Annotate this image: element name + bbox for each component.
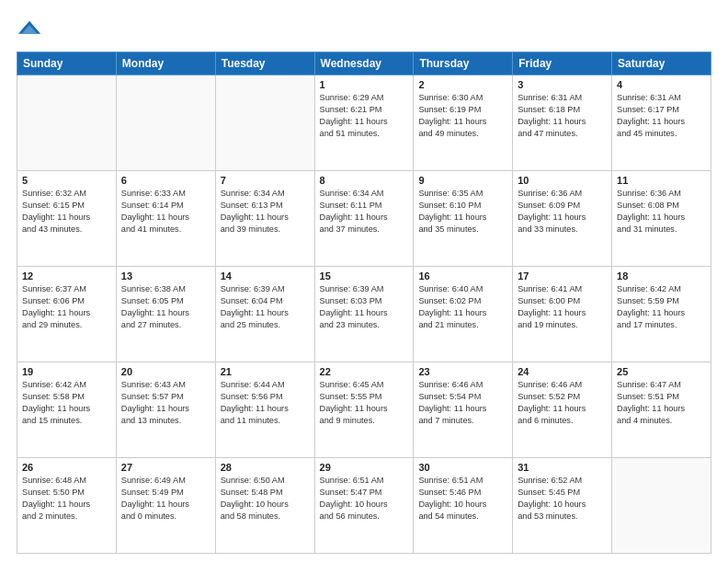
- calendar-cell: 6Sunrise: 6:33 AM Sunset: 6:14 PM Daylig…: [116, 171, 215, 267]
- calendar-cell: 11Sunrise: 6:36 AM Sunset: 6:08 PM Dayli…: [612, 171, 711, 267]
- cell-content: Sunrise: 6:38 AM Sunset: 6:05 PM Dayligh…: [121, 283, 210, 331]
- cell-content: Sunrise: 6:46 AM Sunset: 5:54 PM Dayligh…: [418, 379, 507, 427]
- cell-content: Sunrise: 6:40 AM Sunset: 6:02 PM Dayligh…: [418, 283, 507, 331]
- cell-content: Sunrise: 6:42 AM Sunset: 5:58 PM Dayligh…: [22, 379, 111, 427]
- header: [17, 17, 711, 42]
- cell-content: Sunrise: 6:39 AM Sunset: 6:03 PM Dayligh…: [320, 283, 409, 331]
- cell-content: Sunrise: 6:33 AM Sunset: 6:14 PM Dayligh…: [121, 188, 210, 236]
- weekday-header-tuesday: Tuesday: [215, 52, 314, 75]
- day-number: 3: [518, 79, 607, 90]
- calendar-cell: 27Sunrise: 6:49 AM Sunset: 5:49 PM Dayli…: [116, 458, 215, 554]
- calendar-cell: 26Sunrise: 6:48 AM Sunset: 5:50 PM Dayli…: [17, 458, 117, 554]
- cell-content: Sunrise: 6:46 AM Sunset: 5:52 PM Dayligh…: [518, 379, 607, 427]
- day-number: 9: [418, 175, 507, 186]
- cell-content: Sunrise: 6:44 AM Sunset: 5:56 PM Dayligh…: [221, 379, 310, 427]
- calendar-cell: 30Sunrise: 6:51 AM Sunset: 5:46 PM Dayli…: [414, 458, 513, 554]
- day-number: 2: [418, 79, 507, 90]
- weekday-header-friday: Friday: [513, 52, 612, 75]
- cell-content: Sunrise: 6:49 AM Sunset: 5:49 PM Dayligh…: [121, 475, 210, 523]
- calendar-cell: 1Sunrise: 6:29 AM Sunset: 6:21 PM Daylig…: [314, 75, 414, 171]
- day-number: 14: [221, 270, 310, 282]
- calendar-cell: 19Sunrise: 6:42 AM Sunset: 5:58 PM Dayli…: [17, 362, 117, 458]
- cell-content: Sunrise: 6:32 AM Sunset: 6:15 PM Dayligh…: [22, 188, 111, 236]
- calendar-cell: 20Sunrise: 6:43 AM Sunset: 5:57 PM Dayli…: [116, 362, 215, 458]
- calendar-cell: 7Sunrise: 6:34 AM Sunset: 6:13 PM Daylig…: [215, 171, 314, 267]
- cell-content: Sunrise: 6:45 AM Sunset: 5:55 PM Dayligh…: [320, 379, 409, 427]
- calendar-cell: [116, 75, 215, 171]
- day-number: 4: [617, 79, 706, 90]
- weekday-header-saturday: Saturday: [612, 52, 711, 75]
- calendar-cell: 23Sunrise: 6:46 AM Sunset: 5:54 PM Dayli…: [414, 362, 513, 458]
- cell-content: Sunrise: 6:34 AM Sunset: 6:11 PM Dayligh…: [320, 188, 409, 236]
- calendar-cell: 29Sunrise: 6:51 AM Sunset: 5:47 PM Dayli…: [314, 458, 414, 554]
- week-row-5: 26Sunrise: 6:48 AM Sunset: 5:50 PM Dayli…: [17, 458, 711, 554]
- cell-content: Sunrise: 6:47 AM Sunset: 5:51 PM Dayligh…: [617, 379, 706, 427]
- calendar-cell: 9Sunrise: 6:35 AM Sunset: 6:10 PM Daylig…: [414, 171, 513, 267]
- weekday-header-thursday: Thursday: [414, 52, 513, 75]
- calendar-cell: 4Sunrise: 6:31 AM Sunset: 6:17 PM Daylig…: [612, 75, 711, 171]
- cell-content: Sunrise: 6:51 AM Sunset: 5:46 PM Dayligh…: [418, 475, 507, 523]
- calendar-cell: 15Sunrise: 6:39 AM Sunset: 6:03 PM Dayli…: [314, 267, 414, 362]
- day-number: 24: [518, 366, 607, 377]
- day-number: 31: [518, 462, 607, 473]
- cell-content: Sunrise: 6:30 AM Sunset: 6:19 PM Dayligh…: [418, 92, 507, 140]
- day-number: 22: [320, 366, 409, 377]
- cell-content: Sunrise: 6:36 AM Sunset: 6:08 PM Dayligh…: [617, 188, 706, 236]
- calendar-cell: 12Sunrise: 6:37 AM Sunset: 6:06 PM Dayli…: [17, 267, 117, 362]
- week-row-1: 1Sunrise: 6:29 AM Sunset: 6:21 PM Daylig…: [17, 75, 711, 171]
- calendar-cell: 8Sunrise: 6:34 AM Sunset: 6:11 PM Daylig…: [314, 171, 414, 267]
- cell-content: Sunrise: 6:52 AM Sunset: 5:45 PM Dayligh…: [518, 475, 607, 523]
- week-row-4: 19Sunrise: 6:42 AM Sunset: 5:58 PM Dayli…: [17, 362, 711, 458]
- page: SundayMondayTuesdayWednesdayThursdayFrid…: [0, 0, 728, 563]
- day-number: 10: [518, 175, 607, 186]
- day-number: 23: [418, 366, 507, 377]
- day-number: 30: [418, 462, 507, 473]
- cell-content: Sunrise: 6:31 AM Sunset: 6:17 PM Dayligh…: [617, 92, 706, 140]
- day-number: 12: [22, 270, 111, 282]
- cell-content: Sunrise: 6:50 AM Sunset: 5:48 PM Dayligh…: [221, 475, 310, 523]
- day-number: 1: [320, 79, 409, 90]
- day-number: 27: [121, 462, 210, 473]
- day-number: 15: [320, 270, 409, 282]
- calendar-cell: 22Sunrise: 6:45 AM Sunset: 5:55 PM Dayli…: [314, 362, 414, 458]
- day-number: 8: [320, 175, 409, 186]
- day-number: 17: [518, 270, 607, 282]
- calendar-cell: 28Sunrise: 6:50 AM Sunset: 5:48 PM Dayli…: [215, 458, 314, 554]
- day-number: 5: [22, 175, 111, 186]
- calendar-cell: 2Sunrise: 6:30 AM Sunset: 6:19 PM Daylig…: [414, 75, 513, 171]
- day-number: 6: [121, 175, 210, 186]
- calendar-cell: 5Sunrise: 6:32 AM Sunset: 6:15 PM Daylig…: [17, 171, 117, 267]
- calendar-cell: [17, 75, 117, 171]
- logo-icon: [17, 17, 42, 42]
- cell-content: Sunrise: 6:37 AM Sunset: 6:06 PM Dayligh…: [22, 283, 111, 331]
- day-number: 13: [121, 270, 210, 282]
- day-number: 26: [22, 462, 111, 473]
- weekday-header-row: SundayMondayTuesdayWednesdayThursdayFrid…: [17, 52, 711, 75]
- week-row-3: 12Sunrise: 6:37 AM Sunset: 6:06 PM Dayli…: [17, 267, 711, 362]
- day-number: 25: [617, 366, 706, 377]
- logo: [17, 17, 48, 42]
- day-number: 21: [221, 366, 310, 377]
- weekday-header-sunday: Sunday: [17, 52, 117, 75]
- cell-content: Sunrise: 6:36 AM Sunset: 6:09 PM Dayligh…: [518, 188, 607, 236]
- day-number: 28: [221, 462, 310, 473]
- calendar-cell: 3Sunrise: 6:31 AM Sunset: 6:18 PM Daylig…: [513, 75, 612, 171]
- cell-content: Sunrise: 6:29 AM Sunset: 6:21 PM Dayligh…: [320, 92, 409, 140]
- cell-content: Sunrise: 6:51 AM Sunset: 5:47 PM Dayligh…: [320, 475, 409, 523]
- day-number: 16: [418, 270, 507, 282]
- cell-content: Sunrise: 6:43 AM Sunset: 5:57 PM Dayligh…: [121, 379, 210, 427]
- day-number: 20: [121, 366, 210, 377]
- calendar-cell: 25Sunrise: 6:47 AM Sunset: 5:51 PM Dayli…: [612, 362, 711, 458]
- calendar-cell: [612, 458, 711, 554]
- calendar-cell: 24Sunrise: 6:46 AM Sunset: 5:52 PM Dayli…: [513, 362, 612, 458]
- day-number: 7: [221, 175, 310, 186]
- weekday-header-monday: Monday: [116, 52, 215, 75]
- calendar-cell: 31Sunrise: 6:52 AM Sunset: 5:45 PM Dayli…: [513, 458, 612, 554]
- day-number: 11: [617, 175, 706, 186]
- calendar-cell: 16Sunrise: 6:40 AM Sunset: 6:02 PM Dayli…: [414, 267, 513, 362]
- cell-content: Sunrise: 6:39 AM Sunset: 6:04 PM Dayligh…: [221, 283, 310, 331]
- calendar-cell: 18Sunrise: 6:42 AM Sunset: 5:59 PM Dayli…: [612, 267, 711, 362]
- calendar-cell: [215, 75, 314, 171]
- cell-content: Sunrise: 6:35 AM Sunset: 6:10 PM Dayligh…: [418, 188, 507, 236]
- calendar-cell: 10Sunrise: 6:36 AM Sunset: 6:09 PM Dayli…: [513, 171, 612, 267]
